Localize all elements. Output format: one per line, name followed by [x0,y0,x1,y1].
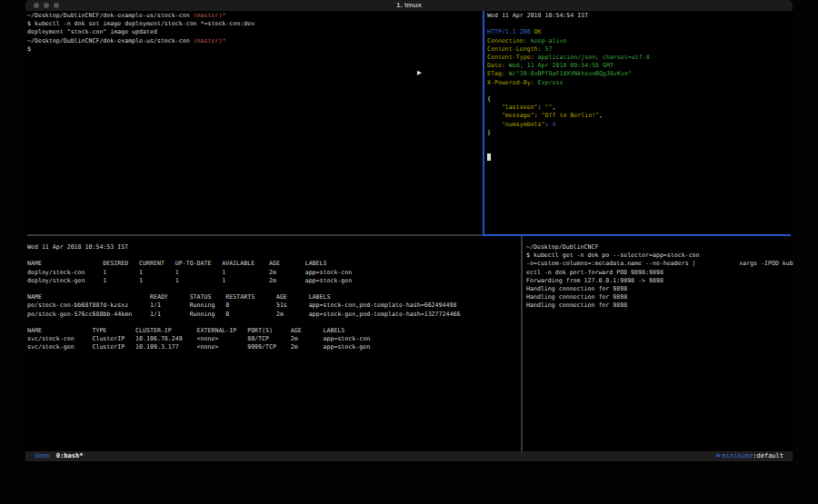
tmux-status-bar: demo0:bash* ☸minikube:default [25,451,793,461]
terminal-body: ~/Desktop/DublinCNCF/dok-example-us/stoc… [25,11,793,451]
pane-bottom-right[interactable]: ~/Desktop/DublinCNCF$ kubectl get -n dok… [526,243,790,450]
terminal-line: ~/Desktop/DublinCNCF/dok-example-us/stoc… [27,37,482,45]
terminal-line [27,285,518,293]
terminal-line: } [487,129,791,137]
terminal-line: "message": "Off to Berlin!", [487,112,791,120]
terminal-line: po/stock-gen-576cc688bb-44kmn 1/1 Runnin… [27,311,518,319]
window-tab[interactable]: 0:bash* [56,452,84,460]
terminal-line: "numsymbols": 4 [487,121,791,129]
terminal-line: ectl -n dok port-forward POD 9898:9898 [526,269,790,277]
terminal-line: ~/Desktop/DublinCNCF/dok-example-us/stoc… [27,12,482,20]
terminal-line: deploy/stock-con 1 1 1 1 2m app=stock-co… [27,269,518,277]
terminal-line: HTTP/1.1 200 OK [487,28,791,36]
pane-divider-vertical-bottom[interactable] [521,236,523,451]
pane-top-right[interactable]: Wed 11 Apr 2018 10:54:54 IST HTTP/1.1 20… [487,12,791,234]
terminal-line [487,20,791,28]
terminal-line: -o=custom-columns=:metadata.name --no-he… [526,260,790,268]
terminal-line: Handling connection for 9898 [526,293,790,301]
kube-namespace: :default [753,452,783,460]
terminal-line: deployment "stock-con" image updated [27,28,482,36]
terminal-line [487,137,791,145]
terminal-line: NAME READY STATUS RESTARTS AGE LABELS [27,293,518,301]
terminal-line: svc/stock-gen ClusterIP 10.109.3.177 <no… [27,343,518,351]
terminal-line [487,87,791,95]
terminal-line [27,252,518,260]
status-left: demo0:bash* [35,451,83,461]
terminal-line: po/stock-con-bb68f88fd-kzsxz 1/1 Running… [27,301,518,310]
kubernetes-helm-icon: ☸ [716,452,720,460]
terminal-line: Handling connection for 9898 [526,301,790,310]
terminal-line: NAME DESIRED CURRENT UP-TO-DATE AVAILABL… [27,260,518,268]
pane-bottom-left[interactable]: Wed 11 Apr 2018 10:54:53 IST NAME DESIRE… [27,243,518,450]
status-right: ☸minikube:default [716,451,783,461]
terminal-line [27,319,518,327]
terminal-line: $ [27,45,482,54]
pane-top-left[interactable]: ~/Desktop/DublinCNCF/dok-example-us/stoc… [27,12,482,234]
terminal-line: Forwarding from 127.0.0.1:9898 -> 9898 [526,277,790,285]
terminal-line: X-Powered-By: Express [487,79,791,87]
terminal-line: svc/stock-con ClusterIP 10.106.78.249 <n… [27,335,518,343]
terminal-line: Handling connection for 9898 [526,285,790,293]
terminal-line: Content-Length: 57 [487,45,791,54]
terminal-line: { [487,95,791,104]
terminal-line: ETag: W/"39-0xBPf9aF1dXVNkhsxoBQgJ8vKzo" [487,70,791,78]
terminal-line [487,153,791,162]
mouse-pointer-icon [417,71,423,76]
terminal-line: $ kubectl -n dok set image deployment/st… [27,20,482,28]
terminal-line: Connection: keep-alive [487,37,791,45]
terminal-line: Date: Wed, 11 Apr 2018 09:54:55 GMT [487,62,791,70]
terminal-line [487,145,791,153]
window-titlebar[interactable]: 1. tmux [25,0,793,11]
pane-divider-horizontal-left[interactable] [27,234,483,236]
terminal-window: 1. tmux ~/Desktop/DublinCNCF/dok-example… [25,0,793,465]
pane-divider-vertical-top[interactable] [483,11,484,234]
terminal-line: deploy/stock-gen 1 1 1 1 2m app=stock-ge… [27,277,518,285]
terminal-line: $ kubectl get -n dok po --selector=app=s… [526,252,790,260]
terminal-line: "lastseen": "", [487,104,791,112]
pane-divider-horizontal-right[interactable] [483,234,791,236]
desktop-background: 1. tmux ~/Desktop/DublinCNCF/dok-example… [0,0,818,504]
session-name: demo [35,452,50,460]
terminal-line: ~/Desktop/DublinCNCF [526,243,790,252]
kube-context: minikube [723,452,753,460]
terminal-line: Wed 11 Apr 2018 10:54:54 IST [487,12,791,20]
window-title: 1. tmux [25,1,793,9]
terminal-line: Content-Type: application/json; charset=… [487,54,791,62]
terminal-line: NAME TYPE CLUSTER-IP EXTERNAL-IP PORT(S)… [27,327,518,335]
terminal-line: Wed 11 Apr 2018 10:54:53 IST [27,243,518,252]
